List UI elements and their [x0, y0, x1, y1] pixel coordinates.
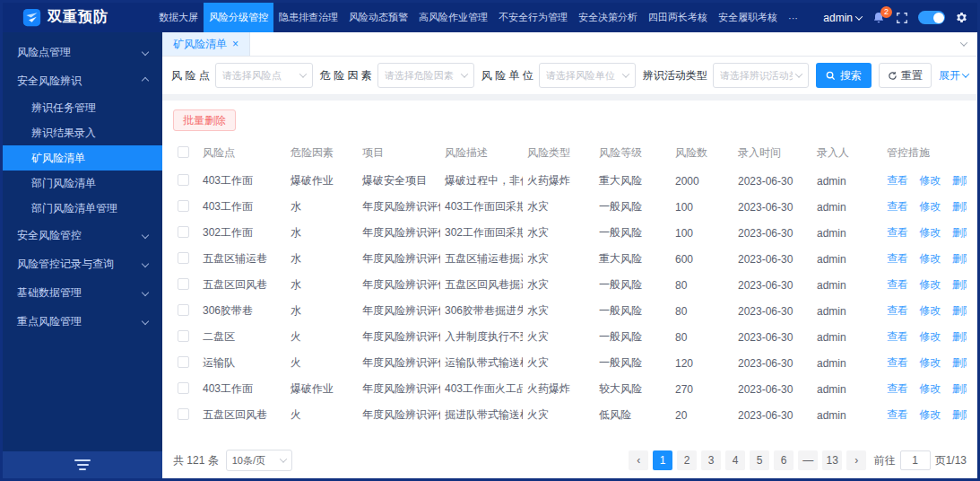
delete-link[interactable]: 删除	[952, 356, 967, 369]
user-menu[interactable]: admin	[823, 12, 862, 24]
tab-mine-risk-list[interactable]: 矿风险清单 ×	[162, 32, 250, 56]
row-checkbox[interactable]	[178, 382, 189, 394]
view-link[interactable]: 查看	[887, 382, 908, 395]
next-page-button[interactable]: ›	[846, 450, 866, 470]
edit-link[interactable]: 修改	[919, 304, 941, 317]
view-link[interactable]: 查看	[887, 226, 908, 239]
row-checkbox[interactable]	[178, 200, 189, 212]
edit-link[interactable]: 修改	[919, 408, 941, 421]
top-menu-item[interactable]: 风险动态预警	[343, 3, 413, 32]
search-button[interactable]: 搜索	[816, 63, 872, 88]
row-checkbox[interactable]	[178, 252, 189, 264]
row-checkbox[interactable]	[178, 174, 189, 186]
row-checkbox[interactable]	[178, 356, 189, 368]
reset-button[interactable]: 重置	[879, 63, 932, 88]
tab-close-icon[interactable]: ×	[232, 39, 238, 49]
edit-link[interactable]: 修改	[919, 382, 941, 395]
filter-select[interactable]: 请选择危险因素	[377, 63, 474, 88]
edit-link[interactable]: 修改	[919, 278, 941, 291]
top-menu-item[interactable]: 安全决策分析	[573, 3, 643, 32]
fullscreen-button[interactable]	[896, 12, 908, 24]
page-number-button[interactable]: 2	[677, 450, 697, 470]
edit-link[interactable]: 修改	[919, 330, 941, 343]
edit-link[interactable]: 修改	[919, 226, 941, 239]
edit-link[interactable]: 修改	[919, 200, 941, 213]
settings-button[interactable]	[955, 11, 968, 24]
row-checkbox[interactable]	[178, 304, 189, 316]
sidebar-item[interactable]: 矿风险清单	[3, 145, 162, 171]
view-link[interactable]: 查看	[887, 252, 908, 265]
sidebar-item[interactable]: 部门风险清单管理	[3, 196, 162, 221]
view-link[interactable]: 查看	[887, 304, 908, 317]
delete-link[interactable]: 删除	[952, 252, 967, 265]
page-number-button[interactable]: 1	[653, 450, 672, 470]
sidebar-item[interactable]: 重点风险管理	[3, 307, 162, 336]
sidebar-item[interactable]: 安全风险管控	[3, 221, 162, 249]
delete-link[interactable]: 删除	[952, 278, 967, 291]
cell-entry-time: 2023-06-30	[733, 298, 812, 324]
view-link[interactable]: 查看	[887, 174, 908, 187]
view-link[interactable]: 查看	[887, 330, 908, 343]
sidebar-item[interactable]: 风险管控记录与查询	[3, 249, 162, 278]
prev-page-button[interactable]: ‹	[629, 450, 648, 470]
goto-page-input[interactable]	[900, 450, 931, 470]
page-number-button[interactable]: 4	[725, 450, 745, 470]
delete-link[interactable]: 删除	[952, 174, 967, 187]
table-row: 五盘区回风巷 火 年度风险辨识评估... 掘进队带式输送机... 火灾 低风险 …	[173, 402, 967, 428]
sidebar-item[interactable]: 辨识结果录入	[3, 120, 162, 145]
top-menu-item[interactable]: 安全履职考核	[713, 3, 783, 32]
filter-select[interactable]: 请选择风险点	[215, 63, 313, 88]
top-menu-item-label: 高风险作业管理	[419, 11, 488, 24]
top-menu-item[interactable]: 四田两长考核	[643, 3, 713, 32]
page-size-select[interactable]: 10条/页	[226, 450, 292, 471]
row-checkbox[interactable]	[178, 408, 189, 420]
cell-risk-point: 运输队	[198, 350, 286, 376]
page-number-button[interactable]: 6	[774, 450, 794, 470]
top-menu-item[interactable]: 风险分级管控	[204, 3, 273, 32]
sidebar-item[interactable]: 安全风险辨识	[3, 66, 162, 95]
cell-risk-point: 403工作面	[198, 194, 286, 220]
filter-select[interactable]: 请选择辨识活动类型	[713, 63, 809, 88]
page-number-button[interactable]: 13	[822, 450, 842, 470]
edit-link[interactable]: 修改	[919, 356, 941, 369]
delete-link[interactable]: 删除	[952, 382, 967, 395]
delete-link[interactable]: 删除	[952, 330, 967, 343]
top-menu-item[interactable]: 不安全行为管理	[493, 3, 573, 32]
sidebar-item[interactable]: 风险点管理	[3, 38, 162, 66]
notifications-button[interactable]: 2	[872, 11, 886, 25]
select-all-checkbox[interactable]	[178, 146, 189, 158]
top-menu-item[interactable]: 数据大屏	[153, 3, 204, 32]
view-link[interactable]: 查看	[887, 278, 908, 291]
page-number-button[interactable]: 5	[750, 450, 769, 470]
sidebar-item[interactable]: 基础数据管理	[3, 278, 162, 307]
page-number-button[interactable]: —	[798, 450, 818, 470]
delete-link[interactable]: 删除	[952, 200, 967, 213]
chevron-down-icon	[962, 70, 969, 77]
delete-link[interactable]: 删除	[952, 408, 967, 421]
top-menu-item[interactable]: 隐患排查治理	[273, 3, 343, 32]
view-link[interactable]: 查看	[887, 200, 908, 213]
cell-risk-point: 五盘区辅运巷	[198, 246, 286, 272]
row-checkbox[interactable]	[178, 226, 189, 238]
expand-filters-link[interactable]: 展开	[939, 68, 968, 83]
delete-link[interactable]: 删除	[952, 226, 967, 239]
view-link[interactable]: 查看	[887, 356, 908, 369]
sidebar-item-label: 重点风险管理	[17, 314, 82, 329]
row-checkbox[interactable]	[178, 278, 189, 290]
edit-link[interactable]: 修改	[919, 174, 941, 187]
filter-select[interactable]: 请选择风险单位	[539, 63, 636, 88]
sidebar-collapse-button[interactable]	[3, 451, 162, 478]
top-menu-item[interactable]: ···	[783, 3, 803, 32]
delete-link[interactable]: 删除	[952, 304, 967, 317]
row-checkbox[interactable]	[178, 330, 189, 342]
tab-options-chevron-icon[interactable]	[960, 39, 967, 46]
page-number-button[interactable]: 3	[701, 450, 721, 470]
theme-toggle[interactable]	[918, 11, 945, 24]
top-menu-item-label: 风险分级管控	[209, 11, 268, 24]
sidebar-item[interactable]: 辨识任务管理	[3, 95, 162, 120]
top-menu-item[interactable]: 高风险作业管理	[413, 3, 493, 32]
batch-delete-button[interactable]: 批量删除	[173, 109, 236, 131]
view-link[interactable]: 查看	[887, 408, 908, 421]
edit-link[interactable]: 修改	[919, 252, 941, 265]
sidebar-item[interactable]: 部门风险清单	[3, 171, 162, 196]
